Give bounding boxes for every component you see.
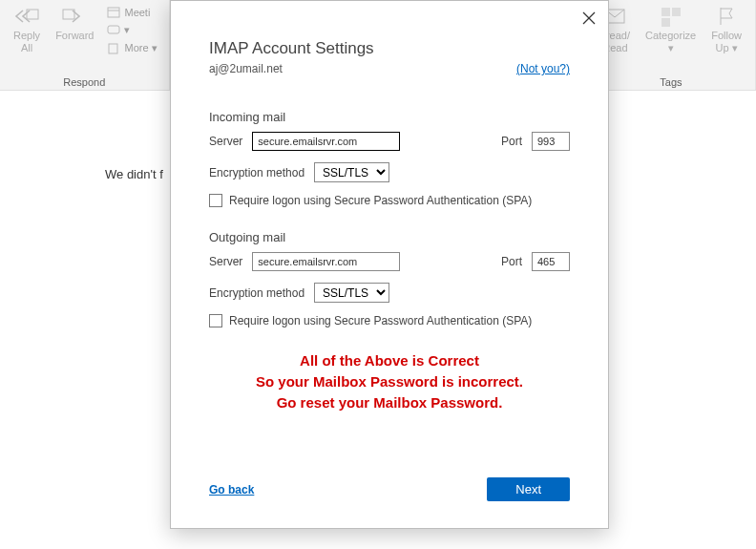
not-you-link[interactable]: (Not you?) (516, 62, 570, 75)
red-line-1: All of the Above is Correct (209, 350, 570, 371)
forward-icon (61, 6, 88, 27)
outgoing-spa-checkbox[interactable] (209, 314, 222, 327)
meeting-button[interactable]: Meeti (103, 6, 160, 19)
page-icon (107, 43, 120, 54)
close-icon (579, 9, 598, 28)
im-dd-label: ▾ (124, 24, 130, 36)
incoming-port-label: Port (501, 135, 522, 148)
red-line-2: So your Mailbox Password is incorrect. (209, 371, 570, 392)
annotation-message: All of the Above is Correct So your Mail… (209, 350, 570, 413)
outgoing-port-label: Port (501, 255, 522, 268)
outgoing-spa-label: Require logon using Secure Password Auth… (229, 314, 532, 327)
forward-label: Forward (55, 30, 94, 42)
svg-rect-5 (109, 44, 117, 53)
outgoing-encryption-label: Encryption method (209, 286, 304, 300)
meeting-label: Meeti (124, 7, 150, 18)
svg-rect-2 (108, 8, 119, 17)
incoming-server-input[interactable] (252, 132, 400, 151)
outgoing-encryption-select[interactable]: SSL/TLS (314, 283, 389, 303)
incoming-spa-label: Require logon using Secure Password Auth… (229, 194, 532, 207)
speech-icon (107, 25, 120, 36)
red-line-3: Go reset your Mailbox Password. (209, 392, 570, 413)
outgoing-server-input[interactable] (252, 252, 400, 271)
incoming-encryption-label: Encryption method (209, 166, 304, 179)
account-settings-dialog: IMAP Account Settings aj@2umail.net (Not… (170, 0, 609, 529)
svg-rect-9 (662, 18, 670, 27)
svg-rect-8 (672, 8, 681, 16)
incoming-port-input[interactable] (532, 132, 570, 151)
categorize-button[interactable]: Categorize ▾ (640, 4, 702, 73)
outgoing-port-input[interactable] (532, 252, 570, 271)
incoming-encryption-select[interactable]: SSL/TLS (314, 162, 389, 182)
more-dropdown[interactable]: More ▾ (103, 41, 160, 55)
outgoing-section-title: Outgoing mail (209, 230, 570, 244)
calendar-icon (107, 7, 120, 18)
incoming-server-label: Server (209, 135, 242, 148)
ribbon-group-respond: Reply All Forward Meeti ▾ More ▾ (0, 0, 170, 90)
reply-all-icon (13, 6, 40, 27)
ribbon-group-tags: nread/ Read Categorize ▾ Follow Up ▾ Tag… (587, 0, 756, 90)
forward-button[interactable]: Forward (50, 4, 99, 73)
account-email: aj@2umail.net (209, 62, 283, 75)
reply-all-button[interactable]: Reply All (8, 4, 46, 73)
incoming-spa-checkbox[interactable] (209, 194, 222, 207)
svg-rect-4 (108, 26, 119, 33)
go-back-link[interactable]: Go back (209, 483, 254, 496)
more-label: More ▾ (124, 42, 157, 54)
tags-group-label: Tags (660, 73, 682, 88)
flag-icon (715, 6, 738, 27)
respond-group-label: Respond (63, 73, 105, 88)
next-button[interactable]: Next (487, 477, 570, 501)
followup-button[interactable]: Follow Up ▾ (705, 4, 747, 73)
outgoing-server-label: Server (209, 255, 242, 268)
incoming-section-title: Incoming mail (209, 110, 570, 124)
im-dropdown[interactable]: ▾ (103, 23, 160, 37)
categorize-icon (660, 6, 682, 27)
close-button[interactable] (579, 9, 598, 28)
followup-label: Follow Up ▾ (711, 30, 742, 54)
dialog-title: IMAP Account Settings (209, 39, 570, 58)
respond-small-buttons: Meeti ▾ More ▾ (103, 4, 160, 73)
categorize-label: Categorize ▾ (645, 30, 696, 54)
reply-all-label: Reply All (13, 30, 40, 54)
svg-rect-7 (662, 8, 670, 16)
